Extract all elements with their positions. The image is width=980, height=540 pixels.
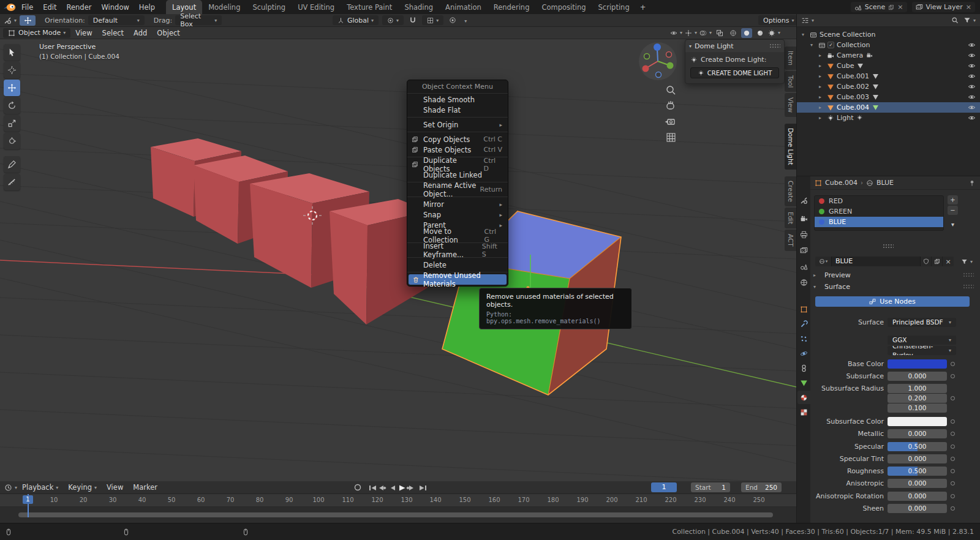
menu-item-copy-objects[interactable]: Copy ObjectsCtrl C <box>407 134 508 144</box>
menu-item-move-to-collection[interactable]: Move to CollectionCtrl G <box>407 230 508 241</box>
mode-dropdown[interactable]: Object Mode <box>3 28 70 38</box>
sidebar-tab-dome-light[interactable]: Dome Light <box>785 124 796 170</box>
animate-dot[interactable] <box>951 481 955 486</box>
menu-item-insert-keyframe[interactable]: Insert Keyframe...Shift S <box>407 245 508 255</box>
collapse-icon[interactable]: ▾ <box>689 43 692 49</box>
dome-light-panel-header[interactable]: ▾ Dome Light <box>685 40 784 52</box>
viewport-menu-view[interactable]: View <box>70 27 97 39</box>
unlink-material-button[interactable]: × <box>943 257 954 266</box>
subsurface-radius-x-field[interactable]: 1.000 <box>888 384 947 393</box>
eye-icon[interactable] <box>968 62 976 70</box>
base-color-swatch[interactable] <box>888 359 947 369</box>
outliner-row-camera[interactable]: ▸ Camera <box>797 50 980 61</box>
proportional-dropdown[interactable] <box>462 16 467 24</box>
snap-settings-dropdown[interactable] <box>422 15 443 25</box>
disclosure-icon[interactable]: ▸ <box>819 105 827 110</box>
animate-dot[interactable] <box>951 419 955 424</box>
camera-view-button[interactable] <box>665 119 675 124</box>
pin-icon[interactable] <box>968 179 976 187</box>
animate-dot[interactable] <box>951 396 955 400</box>
use-nodes-button[interactable]: Use Nodes <box>815 296 970 307</box>
tab-object-data[interactable] <box>797 376 810 389</box>
add-workspace-button[interactable]: + <box>636 0 650 14</box>
menu-window[interactable]: Window <box>96 0 134 14</box>
tool-move-button[interactable] <box>4 80 20 96</box>
surface-shader-dropdown[interactable]: Principled BSDF <box>888 318 956 327</box>
disclosure-icon[interactable]: ▸ <box>819 115 827 121</box>
tab-modifiers[interactable] <box>797 317 810 331</box>
menu-item-rename-active-object[interactable]: Rename Active Object...Return <box>407 184 508 195</box>
new-material-button[interactable] <box>932 257 943 266</box>
timeline-track[interactable] <box>0 507 796 523</box>
animate-dot[interactable] <box>951 469 955 473</box>
tool-measure-button[interactable] <box>4 174 20 190</box>
workspace-tab-rendering[interactable]: Rendering <box>488 0 536 14</box>
animate-dot[interactable] <box>951 506 955 511</box>
tool-annotate-button[interactable] <box>4 156 20 173</box>
subsurface-field[interactable]: 0.000 <box>888 372 947 381</box>
animate-dot[interactable] <box>951 444 955 449</box>
menu-help[interactable]: Help <box>134 0 160 14</box>
filter-dropdown[interactable] <box>963 17 976 24</box>
blender-logo[interactable] <box>3 3 17 12</box>
transport-controls[interactable] <box>369 483 430 493</box>
menu-item-shade-smooth[interactable]: Shade Smooth <box>407 94 508 105</box>
menu-item-remove-unused-materials[interactable]: Remove Unused Materials <box>409 274 507 285</box>
unlink-view-layer-icon[interactable]: × <box>966 3 971 11</box>
fake-user-toggle[interactable] <box>921 257 932 266</box>
pan-hand-button[interactable] <box>667 101 674 109</box>
eye-icon[interactable] <box>968 51 976 59</box>
tab-view-layer[interactable] <box>797 244 810 257</box>
disclosure-icon[interactable]: ▸ <box>819 53 827 58</box>
outliner-row-cube-003[interactable]: ▸ Cube.003 <box>797 92 980 102</box>
menu-item-duplicate-linked[interactable]: Duplicate Linked <box>407 170 508 180</box>
shading-rendered-button[interactable] <box>768 28 780 38</box>
outliner-row-cube-001[interactable]: ▸ Cube.001 <box>797 71 980 81</box>
menu-item-delete[interactable]: Delete <box>407 260 508 270</box>
subsurface-radius-y-field[interactable]: 0.200 <box>888 394 947 403</box>
create-dome-light-button[interactable]: CREATE DOME LIGHT <box>690 67 779 78</box>
preview-section-header[interactable]: ▸Preview <box>813 270 974 280</box>
tool-cursor-button[interactable] <box>4 62 20 78</box>
eye-icon[interactable] <box>968 103 976 111</box>
subsurface-radius-z-field[interactable]: 0.100 <box>888 403 947 413</box>
browse-material-button[interactable]: ▾ <box>815 257 831 266</box>
tool-select-box-button[interactable] <box>4 44 20 61</box>
workspace-tab-scripting[interactable]: Scripting <box>592 0 636 14</box>
shading-solid-button[interactable] <box>741 28 752 38</box>
tab-constraints[interactable] <box>797 361 810 375</box>
workspace-tab-uv-editing[interactable]: UV Editing <box>292 0 341 14</box>
sidebar-tab-create[interactable]: Create <box>785 176 796 206</box>
animate-dot[interactable] <box>951 374 955 378</box>
menu-edit[interactable]: Edit <box>38 0 61 14</box>
tab-object[interactable] <box>797 302 810 316</box>
timeline-menu-marker[interactable]: Marker <box>128 481 162 493</box>
workspace-tab-texture-paint[interactable]: Texture Paint <box>341 0 398 14</box>
anisotropic-rotation-field[interactable]: 0.000 <box>888 492 947 501</box>
gizmo-x-axis[interactable] <box>643 66 649 72</box>
specular-tint-field[interactable]: 0.000 <box>888 454 947 463</box>
subsurface-method-dropdown[interactable]: Christensen-Burley <box>888 346 956 355</box>
animate-dot[interactable] <box>951 457 955 461</box>
tool-transform-button[interactable] <box>4 133 20 149</box>
tool-display-dropdown[interactable] <box>4 17 17 24</box>
disclosure-icon[interactable]: ▾ <box>802 32 810 37</box>
material-slot-blue[interactable]: BLUE <box>815 217 943 227</box>
editor-type-dropdown[interactable] <box>801 17 814 24</box>
orientation-dropdown[interactable]: Default <box>88 15 145 25</box>
view-layer-selector[interactable]: View Layer × <box>912 2 976 12</box>
tab-particles[interactable] <box>797 332 810 345</box>
menu-render[interactable]: Render <box>62 0 97 14</box>
disclosure-icon[interactable]: ▸ <box>819 84 827 89</box>
outliner-row-collection[interactable]: ▾ ✓ Collection <box>797 40 980 50</box>
snap-magnet-toggle[interactable] <box>407 15 418 25</box>
tool-scale-button[interactable] <box>4 115 20 132</box>
object-visibility-dropdown[interactable] <box>670 29 682 37</box>
animate-dot[interactable] <box>951 494 955 498</box>
show-gizmo-dropdown[interactable] <box>685 29 697 37</box>
panel-grip-icon[interactable] <box>769 43 780 48</box>
sidebar-tab-tool[interactable]: Tool <box>785 71 796 92</box>
transform-orientation-dropdown[interactable]: Global <box>333 15 379 25</box>
3d-scene[interactable] <box>0 39 796 481</box>
menu-item-set-origin[interactable]: Set Origin▸ <box>407 119 508 130</box>
